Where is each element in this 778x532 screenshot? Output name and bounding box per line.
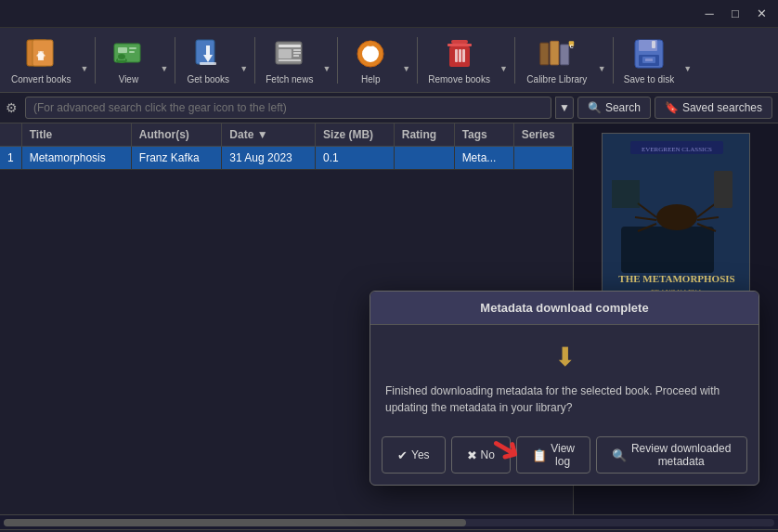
- yes-icon: ✔: [397, 448, 408, 462]
- no-label: No: [481, 448, 495, 461]
- dialog: Metadata download complete ⬇ Finished do…: [370, 291, 759, 486]
- no-button[interactable]: ✖ No: [451, 436, 511, 474]
- dialog-arrow-icon: ⬇: [554, 338, 576, 377]
- dialog-header: Metadata download complete: [370, 292, 759, 325]
- dialog-message: Finished downloading metadata for the se…: [385, 384, 720, 414]
- no-icon: ✖: [467, 448, 477, 462]
- dialog-footer: ✔ Yes ✖ No 📋 View log 🔍 Review downloade…: [370, 429, 759, 485]
- view-log-label: View log: [551, 442, 575, 468]
- dialog-body: ⬇ Finished downloading metadata for the …: [370, 325, 759, 429]
- review-icon: 🔍: [612, 448, 627, 462]
- dialog-overlay: Metadata download complete ⬇ Finished do…: [0, 0, 778, 532]
- dialog-title: Metadata download complete: [480, 301, 648, 315]
- review-metadata-button[interactable]: 🔍 Review downloaded metadata: [596, 436, 747, 474]
- review-label: Review downloaded metadata: [630, 442, 732, 468]
- view-log-button[interactable]: 📋 View log: [516, 436, 590, 474]
- yes-button[interactable]: ✔ Yes: [382, 436, 446, 474]
- yes-label: Yes: [411, 448, 430, 461]
- dialog-arrow-container: ⬇: [385, 338, 744, 377]
- view-log-icon: 📋: [532, 448, 547, 462]
